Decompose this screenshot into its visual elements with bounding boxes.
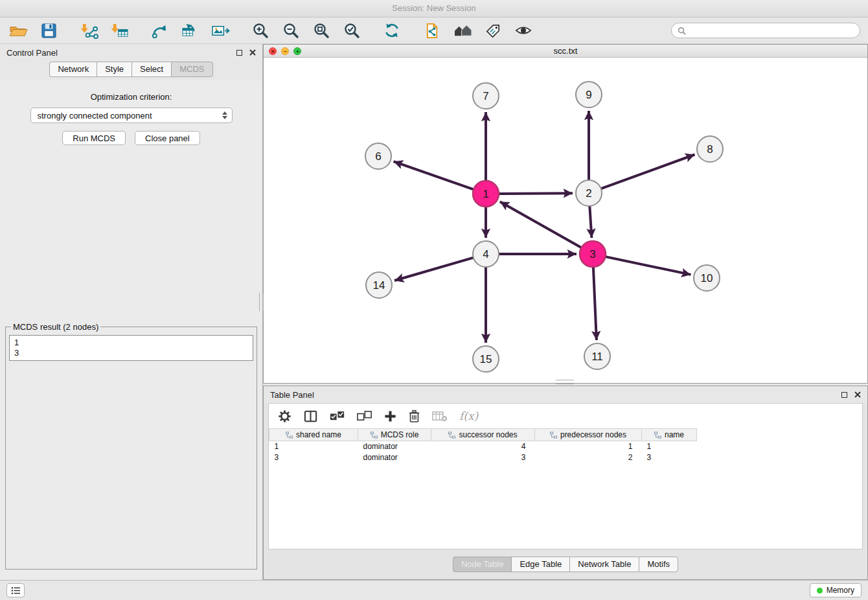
network-view-window: scc.txt 1234678910111415 (263, 44, 868, 384)
horizontal-splitter-grip[interactable] (556, 380, 574, 384)
tab-select[interactable]: Select (131, 62, 171, 77)
tab-network-table[interactable]: Network Table (569, 557, 639, 572)
search-input[interactable] (689, 26, 854, 36)
close-panel-icon[interactable] (249, 49, 256, 56)
window-zoom-icon[interactable] (293, 47, 301, 55)
select-all-button[interactable] (330, 407, 345, 425)
zoom-selected-button[interactable] (341, 20, 362, 41)
table-row[interactable]: 1dominator411 (269, 441, 863, 452)
status-list-button[interactable] (6, 583, 25, 597)
tab-mcds[interactable]: MCDS (171, 62, 212, 77)
column-header-name[interactable]: name (642, 429, 697, 441)
graph-node-6[interactable]: 6 (365, 143, 391, 169)
zoom-in-button[interactable] (250, 20, 271, 41)
float-table-panel-icon[interactable] (841, 392, 847, 398)
graph-node-14[interactable]: 14 (366, 272, 392, 298)
graph-node-1[interactable]: 1 (473, 181, 499, 207)
graph-edge-3-1[interactable] (500, 202, 582, 248)
refresh-button[interactable] (382, 20, 402, 41)
column-header-successor-nodes[interactable]: successor nodes (431, 429, 535, 441)
close-table-panel-icon[interactable] (854, 391, 861, 398)
graph-edge-4-14[interactable] (394, 258, 474, 281)
table-cell[interactable]: 4 (431, 441, 535, 452)
optimization-dropdown[interactable]: strongly connected component (30, 108, 233, 123)
svg-text:11: 11 (591, 351, 603, 363)
table-cell[interactable]: 1 (269, 441, 358, 452)
graph-node-3[interactable]: 3 (580, 241, 606, 267)
graph-node-11[interactable]: 11 (584, 343, 610, 369)
graph-node-15[interactable]: 15 (473, 346, 499, 372)
import-network-button[interactable] (78, 20, 99, 41)
open-file-button[interactable] (8, 20, 29, 41)
table-cell[interactable]: 3 (269, 452, 358, 463)
run-mcds-button[interactable]: Run MCDS (62, 131, 126, 145)
show-column-button[interactable] (304, 407, 317, 425)
column-header-predecessor-nodes[interactable]: predecessor nodes (535, 429, 642, 441)
show-graphics-button[interactable] (513, 20, 534, 41)
table-cell[interactable]: 1 (642, 441, 697, 452)
window-minimize-icon[interactable] (281, 47, 289, 55)
graph-node-9[interactable]: 9 (576, 82, 602, 108)
zoom-in-icon (252, 22, 269, 39)
graph-edge-2-8[interactable] (601, 155, 695, 189)
table-panel-header: Table Panel (264, 386, 867, 403)
new-table-icon (181, 23, 200, 39)
function-builder-icon: f(x) (459, 410, 478, 422)
svg-text:1: 1 (483, 188, 488, 200)
control-panel-header: Control Panel (0, 44, 262, 61)
table-cell[interactable]: 2 (535, 452, 642, 463)
export-image-button[interactable] (210, 20, 231, 41)
table-cell[interactable]: 3 (642, 452, 697, 463)
graph-node-10[interactable]: 10 (694, 265, 720, 291)
graph-edge-2-3[interactable] (589, 206, 591, 238)
save-session-button[interactable] (38, 20, 59, 41)
unselect-all-button[interactable] (357, 407, 372, 425)
tab-edge-table[interactable]: Edge Table (511, 557, 569, 572)
svg-text:7: 7 (483, 90, 488, 102)
table-cell[interactable]: 1 (535, 441, 642, 452)
float-panel-icon[interactable] (236, 50, 242, 56)
zoom-out-button[interactable] (280, 20, 301, 41)
new-network-button[interactable] (149, 20, 170, 41)
table-row[interactable]: 3dominator323 (269, 452, 863, 463)
style-tag-button[interactable] (483, 20, 503, 41)
network-canvas[interactable]: 1234678910111415 (264, 58, 867, 383)
graph-edge-3-10[interactable] (606, 257, 691, 275)
graph-edge-1-6[interactable] (394, 161, 474, 189)
result-line: 1 (14, 338, 248, 348)
graph-edge-3-11[interactable] (593, 267, 597, 340)
network-home-button[interactable] (452, 20, 473, 41)
function-builder-button[interactable]: f(x) (459, 407, 478, 425)
delete-table-button[interactable] (432, 407, 447, 425)
table-cell[interactable]: dominator (358, 452, 431, 463)
memory-button[interactable]: Memory (810, 583, 862, 597)
graph-edge-1-2[interactable] (499, 193, 573, 194)
import-table-button[interactable] (109, 20, 130, 41)
column-header-shared-name[interactable]: shared name (269, 429, 358, 441)
search-box[interactable] (671, 23, 860, 38)
import-network-icon (80, 23, 98, 39)
table-settings-button[interactable] (278, 407, 291, 425)
mcds-result-list[interactable]: 1 3 (9, 335, 253, 361)
tab-style[interactable]: Style (97, 62, 131, 77)
new-table-button[interactable] (179, 20, 200, 41)
app-window: Session: New Session (0, 0, 868, 600)
column-header-mcds-role[interactable]: MCDS role (358, 429, 431, 441)
close-panel-button[interactable]: Close panel (135, 131, 200, 145)
tab-network[interactable]: Network (49, 62, 97, 77)
graph-node-8[interactable]: 8 (697, 136, 723, 162)
add-row-button[interactable] (384, 407, 396, 425)
apply-style-button[interactable] (422, 20, 442, 41)
window-close-icon[interactable] (269, 47, 277, 55)
zoom-fit-button[interactable] (311, 20, 332, 41)
delete-row-button[interactable] (409, 407, 420, 425)
table-header-row: shared name (269, 429, 863, 441)
tab-motifs[interactable]: Motifs (639, 557, 678, 572)
vertical-splitter-grip[interactable] (259, 293, 264, 311)
graph-node-4[interactable]: 4 (473, 241, 499, 267)
tab-node-table[interactable]: Node Table (453, 557, 512, 572)
table-cell[interactable]: 3 (431, 452, 535, 463)
table-cell[interactable]: dominator (358, 441, 431, 452)
graph-node-7[interactable]: 7 (473, 83, 499, 109)
graph-node-2[interactable]: 2 (576, 180, 602, 206)
